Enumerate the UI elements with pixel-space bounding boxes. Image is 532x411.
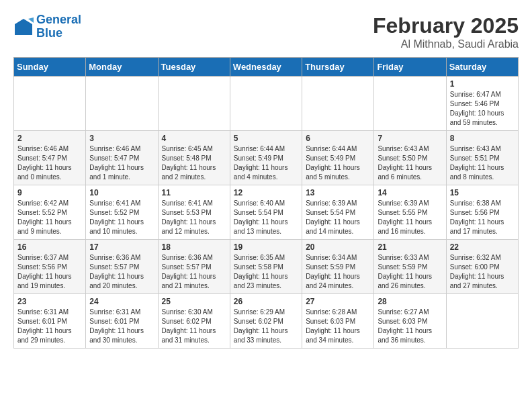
- day-info: Sunrise: 6:43 AM Sunset: 5:51 PM Dayligh…: [450, 144, 515, 182]
- day-info: Sunrise: 6:27 AM Sunset: 6:03 PM Dayligh…: [378, 308, 442, 345]
- calendar-cell: 19Sunrise: 6:35 AM Sunset: 5:58 PM Dayli…: [230, 240, 302, 294]
- day-number: 22: [450, 242, 515, 252]
- day-number: 26: [234, 297, 298, 306]
- day-info: Sunrise: 6:36 AM Sunset: 5:57 PM Dayligh…: [89, 253, 154, 291]
- day-number: 15: [450, 188, 515, 197]
- day-info: Sunrise: 6:44 AM Sunset: 5:49 PM Dayligh…: [306, 144, 370, 182]
- day-number: 5: [234, 134, 298, 143]
- day-number: 13: [306, 188, 370, 197]
- week-row-0: 1Sunrise: 6:47 AM Sunset: 5:46 PM Daylig…: [14, 77, 519, 131]
- day-number: 19: [234, 242, 298, 252]
- logo-line2: Blue: [36, 27, 81, 40]
- calendar-cell: [230, 77, 302, 131]
- day-info: Sunrise: 6:46 AM Sunset: 5:47 PM Dayligh…: [17, 144, 82, 182]
- week-row-4: 23Sunrise: 6:31 AM Sunset: 6:01 PM Dayli…: [14, 294, 519, 349]
- calendar-cell: 14Sunrise: 6:39 AM Sunset: 5:55 PM Dayli…: [374, 185, 446, 240]
- calendar-cell: 13Sunrise: 6:39 AM Sunset: 5:54 PM Dayli…: [302, 185, 374, 240]
- calendar-cell: 11Sunrise: 6:41 AM Sunset: 5:53 PM Dayli…: [158, 185, 230, 240]
- day-number: 21: [378, 242, 442, 252]
- day-info: Sunrise: 6:39 AM Sunset: 5:55 PM Dayligh…: [378, 199, 442, 236]
- calendar-cell: [374, 77, 446, 131]
- logo-icon: [13, 17, 34, 36]
- day-number: 25: [162, 297, 226, 306]
- calendar-cell: 15Sunrise: 6:38 AM Sunset: 5:56 PM Dayli…: [446, 185, 518, 240]
- calendar-cell: 7Sunrise: 6:43 AM Sunset: 5:50 PM Daylig…: [374, 131, 446, 185]
- day-info: Sunrise: 6:32 AM Sunset: 6:00 PM Dayligh…: [450, 253, 515, 291]
- calendar-cell: [446, 294, 518, 349]
- calendar-cell: 6Sunrise: 6:44 AM Sunset: 5:49 PM Daylig…: [302, 131, 374, 185]
- day-info: Sunrise: 6:40 AM Sunset: 5:54 PM Dayligh…: [234, 199, 298, 236]
- svg-marker-0: [15, 19, 32, 35]
- day-number: 20: [306, 242, 370, 252]
- week-row-2: 9Sunrise: 6:42 AM Sunset: 5:52 PM Daylig…: [14, 185, 519, 240]
- day-info: Sunrise: 6:35 AM Sunset: 5:58 PM Dayligh…: [234, 253, 298, 291]
- calendar-cell: [86, 77, 158, 131]
- day-info: Sunrise: 6:46 AM Sunset: 5:47 PM Dayligh…: [89, 144, 154, 182]
- calendar-cell: [158, 77, 230, 131]
- day-info: Sunrise: 6:45 AM Sunset: 5:48 PM Dayligh…: [162, 144, 226, 182]
- day-number: 28: [378, 297, 442, 306]
- day-number: 18: [162, 242, 226, 252]
- calendar-cell: 24Sunrise: 6:31 AM Sunset: 6:01 PM Dayli…: [86, 294, 158, 349]
- header-cell-thursday: Thursday: [302, 58, 374, 77]
- calendar-cell: 8Sunrise: 6:43 AM Sunset: 5:51 PM Daylig…: [446, 131, 518, 185]
- day-number: 6: [306, 134, 370, 143]
- header-cell-friday: Friday: [374, 58, 446, 77]
- day-info: Sunrise: 6:37 AM Sunset: 5:56 PM Dayligh…: [17, 253, 82, 291]
- day-info: Sunrise: 6:31 AM Sunset: 6:01 PM Dayligh…: [17, 308, 82, 345]
- calendar-cell: 23Sunrise: 6:31 AM Sunset: 6:01 PM Dayli…: [14, 294, 86, 349]
- calendar-cell: 22Sunrise: 6:32 AM Sunset: 6:00 PM Dayli…: [446, 240, 518, 294]
- day-info: Sunrise: 6:31 AM Sunset: 6:01 PM Dayligh…: [89, 308, 154, 345]
- day-info: Sunrise: 6:33 AM Sunset: 5:59 PM Dayligh…: [378, 253, 442, 291]
- day-number: 2: [17, 134, 82, 143]
- calendar-cell: 17Sunrise: 6:36 AM Sunset: 5:57 PM Dayli…: [86, 240, 158, 294]
- page-subtitle: Al Mithnab, Saudi Arabia: [373, 38, 519, 50]
- day-info: Sunrise: 6:38 AM Sunset: 5:56 PM Dayligh…: [450, 199, 515, 236]
- page-title: February 2025: [373, 13, 519, 38]
- day-number: 27: [306, 297, 370, 306]
- week-row-3: 16Sunrise: 6:37 AM Sunset: 5:56 PM Dayli…: [14, 240, 519, 294]
- calendar-cell: 2Sunrise: 6:46 AM Sunset: 5:47 PM Daylig…: [14, 131, 86, 185]
- day-number: 7: [378, 134, 442, 143]
- day-info: Sunrise: 6:28 AM Sunset: 6:03 PM Dayligh…: [306, 308, 370, 345]
- calendar-cell: 20Sunrise: 6:34 AM Sunset: 5:59 PM Dayli…: [302, 240, 374, 294]
- day-number: 4: [162, 134, 226, 143]
- logo-line1: General: [36, 13, 81, 26]
- calendar-body: 1Sunrise: 6:47 AM Sunset: 5:46 PM Daylig…: [14, 77, 519, 349]
- header-cell-tuesday: Tuesday: [158, 58, 230, 77]
- day-info: Sunrise: 6:30 AM Sunset: 6:02 PM Dayligh…: [162, 308, 226, 345]
- calendar-cell: 3Sunrise: 6:46 AM Sunset: 5:47 PM Daylig…: [86, 131, 158, 185]
- calendar-cell: 1Sunrise: 6:47 AM Sunset: 5:46 PM Daylig…: [446, 77, 518, 131]
- day-number: 11: [162, 188, 226, 197]
- day-number: 1: [450, 79, 515, 89]
- day-number: 3: [89, 134, 154, 143]
- calendar-cell: 4Sunrise: 6:45 AM Sunset: 5:48 PM Daylig…: [158, 131, 230, 185]
- day-number: 10: [89, 188, 154, 197]
- day-info: Sunrise: 6:42 AM Sunset: 5:52 PM Dayligh…: [17, 199, 82, 236]
- calendar-table: SundayMondayTuesdayWednesdayThursdayFrid…: [13, 57, 519, 349]
- calendar-cell: 25Sunrise: 6:30 AM Sunset: 6:02 PM Dayli…: [158, 294, 230, 349]
- calendar-cell: [302, 77, 374, 131]
- day-info: Sunrise: 6:47 AM Sunset: 5:46 PM Dayligh…: [450, 90, 515, 128]
- day-number: 9: [17, 188, 82, 197]
- title-block: February 2025 Al Mithnab, Saudi Arabia: [373, 13, 519, 50]
- day-info: Sunrise: 6:41 AM Sunset: 5:53 PM Dayligh…: [162, 199, 226, 236]
- day-number: 12: [234, 188, 298, 197]
- calendar-header-row: SundayMondayTuesdayWednesdayThursdayFrid…: [14, 58, 519, 77]
- day-info: Sunrise: 6:36 AM Sunset: 5:57 PM Dayligh…: [162, 253, 226, 291]
- header-cell-wednesday: Wednesday: [230, 58, 302, 77]
- calendar-cell: 26Sunrise: 6:29 AM Sunset: 6:02 PM Dayli…: [230, 294, 302, 349]
- week-row-1: 2Sunrise: 6:46 AM Sunset: 5:47 PM Daylig…: [14, 131, 519, 185]
- page-header: General Blue February 2025 Al Mithnab, S…: [13, 13, 519, 50]
- day-info: Sunrise: 6:43 AM Sunset: 5:50 PM Dayligh…: [378, 144, 442, 182]
- day-number: 17: [89, 242, 154, 252]
- calendar-cell: 9Sunrise: 6:42 AM Sunset: 5:52 PM Daylig…: [14, 185, 86, 240]
- calendar-cell: 28Sunrise: 6:27 AM Sunset: 6:03 PM Dayli…: [374, 294, 446, 349]
- calendar-cell: 10Sunrise: 6:41 AM Sunset: 5:52 PM Dayli…: [86, 185, 158, 240]
- calendar-cell: [14, 77, 86, 131]
- day-info: Sunrise: 6:44 AM Sunset: 5:49 PM Dayligh…: [234, 144, 298, 182]
- logo: General Blue: [13, 13, 81, 40]
- header-cell-saturday: Saturday: [446, 58, 518, 77]
- svg-marker-1: [28, 17, 34, 23]
- day-number: 24: [89, 297, 154, 306]
